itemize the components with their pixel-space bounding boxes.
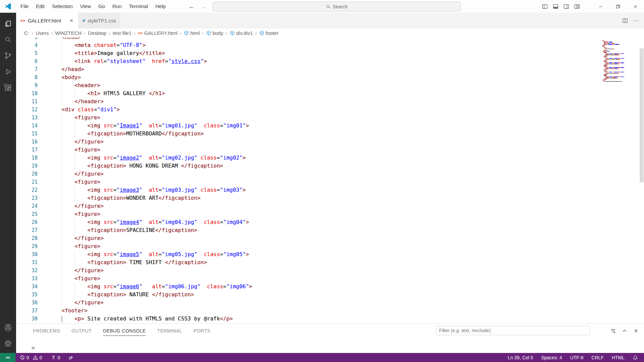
breadcrumb-item[interactable]: C: <box>24 30 29 36</box>
minimap-line <box>605 77 618 78</box>
status-language-mode[interactable]: HTML <box>609 353 627 362</box>
search-sidebar-icon[interactable] <box>0 32 16 48</box>
line-number: 13 <box>16 114 38 122</box>
line-number: 26 <box>16 218 38 226</box>
menu-item-terminal[interactable]: Terminal <box>125 0 152 13</box>
toggle-secondary-sidebar-icon[interactable] <box>563 3 570 10</box>
minimap-line <box>604 57 607 57</box>
minimap-line <box>602 41 605 41</box>
breadcrumb-separator: › <box>180 30 181 36</box>
code-line: <figure> <box>49 242 100 250</box>
code-line: </figure> <box>49 299 104 307</box>
breadcrumb-symbol-html[interactable]: html <box>184 30 200 36</box>
breadcrumb-item[interactable]: Desktop <box>88 30 106 36</box>
toggle-panel-icon[interactable] <box>552 3 559 10</box>
menu-item-help[interactable]: Help <box>152 0 169 13</box>
minimap-line <box>604 60 607 61</box>
line-number: 28 <box>16 234 38 242</box>
editor-scrollbar[interactable] <box>639 38 644 323</box>
status-cursor-position[interactable]: Ln 39, Col 5 <box>505 353 536 362</box>
breadcrumb-separator: › <box>32 30 33 36</box>
tab-gallery.html[interactable]: <>GALLERY.html✕ <box>16 13 78 28</box>
breadcrumb-item[interactable]: WINZTECH <box>55 30 82 36</box>
settings-gear-icon[interactable] <box>0 336 16 352</box>
code-line: <figcaption>WONDER ART</figcaption> <box>49 194 201 202</box>
problems-status[interactable]: 0 0 <box>17 353 45 362</box>
debug-console-content[interactable]: > <box>16 338 644 353</box>
menu-item-file[interactable]: File <box>17 0 32 13</box>
menu-item-edit[interactable]: Edit <box>32 0 48 13</box>
line-number: 38 <box>16 315 38 323</box>
remote-indicator[interactable]: >< <box>0 353 15 362</box>
scrollbar-thumb[interactable] <box>640 48 644 182</box>
minimize-button[interactable] <box>592 0 609 13</box>
line-number: 10 <box>16 89 38 98</box>
minimap[interactable] <box>601 38 627 139</box>
code-line: <figcaption>SPACELINE</figcaption> <box>49 226 197 234</box>
breadcrumb-symbol-body[interactable]: body <box>206 30 224 36</box>
explorer-icon[interactable] <box>0 15 16 32</box>
back-arrow-icon[interactable]: ← <box>186 0 197 13</box>
debug-filter-input[interactable] <box>436 326 590 335</box>
code-line: <figure> <box>49 178 100 186</box>
debug-status-icon[interactable] <box>66 353 76 362</box>
minimap-line <box>605 73 619 74</box>
panel-tab-problems[interactable]: PROBLEMS <box>33 326 60 336</box>
restore-button[interactable] <box>609 0 627 13</box>
breadcrumb-symbol-footer[interactable]: footer <box>259 30 278 36</box>
source-control-icon[interactable] <box>0 48 16 64</box>
breadcrumb-separator: › <box>109 30 110 36</box>
code-line: <figcaption> NATURE </figcaption> <box>49 291 194 299</box>
forward-arrow-icon[interactable]: → <box>199 0 209 13</box>
breadcrumb-symbol-div-div1[interactable]: div.div1 <box>230 30 253 36</box>
code-line: <header> <box>49 81 100 89</box>
minimap-line <box>604 69 607 70</box>
line-number: 17 <box>16 146 38 154</box>
panel-tab-terminal[interactable]: TERMINAL <box>157 326 182 336</box>
minimap-line <box>605 62 625 63</box>
breadcrumb-file[interactable]: <> GALLERY.html <box>138 30 177 36</box>
toggle-sidebar-icon[interactable] <box>541 3 548 10</box>
split-editor-icon[interactable] <box>622 18 628 23</box>
close-tab-icon[interactable]: ✕ <box>68 17 75 24</box>
line-number: 3 <box>16 38 38 41</box>
code-line: <figure> <box>49 146 100 154</box>
panel-tab-ports[interactable]: PORTS <box>194 326 210 336</box>
panel-tab-output[interactable]: OUTPUT <box>71 326 92 336</box>
minimap-line <box>604 74 607 75</box>
status-indentation[interactable]: Spaces: 4 <box>538 353 565 362</box>
maximize-panel-icon[interactable] <box>622 328 627 334</box>
bottom-panel: PROBLEMSOUTPUTDEBUG CONSOLETERMINALPORTS… <box>16 323 644 353</box>
status-encoding[interactable]: UTF-8 <box>568 353 586 362</box>
search-box[interactable]: Search <box>213 2 461 11</box>
line-number: 5 <box>16 49 38 57</box>
line-number: 25 <box>16 210 38 218</box>
run-debug-icon[interactable] <box>0 64 16 80</box>
filter-results-icon[interactable] <box>610 328 616 334</box>
extensions-icon[interactable] <box>0 80 16 96</box>
menu-item-go[interactable]: Go <box>95 0 109 13</box>
ports-status[interactable]: 0 <box>49 353 63 362</box>
breadcrumb-separator: › <box>202 30 204 36</box>
customize-layout-icon[interactable] <box>574 3 580 10</box>
code-editor[interactable]: 3 <head>4 <meta charset="UTF-8">5 <title… <box>16 38 644 323</box>
menu-item-run[interactable]: Run <box>109 0 125 13</box>
minimap-line <box>605 59 621 60</box>
account-icon[interactable] <box>0 319 16 336</box>
menu-item-selection[interactable]: Selection <box>48 0 76 13</box>
panel-tab-debug-console[interactable]: DEBUG CONSOLE <box>103 326 146 336</box>
breadcrumb-separator: › <box>255 30 257 36</box>
remote-icon: >< <box>6 355 10 360</box>
status-eol-sequence[interactable]: CRLF <box>589 353 606 362</box>
breadcrumb-item[interactable]: test file1 <box>113 30 131 36</box>
close-panel-icon[interactable] <box>633 328 639 334</box>
more-actions-icon[interactable]: ⋯ <box>633 17 639 24</box>
menu-item-view[interactable]: View <box>76 0 95 13</box>
breadcrumb-item[interactable]: Users <box>36 30 49 36</box>
code-line: <img src="Image1" alt="img01.jpg" class=… <box>49 122 249 130</box>
close-button[interactable] <box>627 0 644 13</box>
tab-styletp1.css[interactable]: #styleTP1.css <box>78 13 120 28</box>
notifications-bell-icon[interactable] <box>630 353 641 362</box>
minimap-line <box>604 66 607 67</box>
line-number: 11 <box>16 98 38 106</box>
